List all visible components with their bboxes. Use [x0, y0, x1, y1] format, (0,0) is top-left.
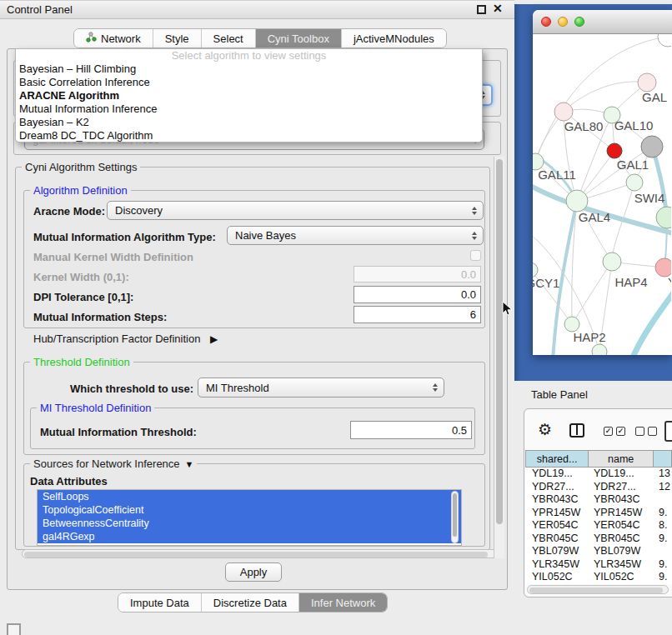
column-header-shared[interactable]: shared... [525, 450, 589, 468]
hide-columns-icon[interactable] [635, 427, 657, 436]
show-columns-icon[interactable]: ✓ ✓ [604, 427, 625, 436]
network-node-swi4[interactable] [656, 207, 671, 228]
gear-icon[interactable]: ⚙ [538, 420, 552, 439]
attribute-item-gal4rgexp[interactable]: gal4RGexp [38, 530, 461, 543]
table-cell: YLR345W [532, 558, 579, 570]
table-row[interactable]: YIL052CYIL052C9. [525, 571, 672, 584]
which-threshold-label: Which threshold to use: [70, 382, 193, 395]
table-row[interactable]: YBR043CYBR043C [525, 493, 672, 507]
network-node-gal[interactable] [638, 73, 656, 92]
table-row[interactable]: YBL079WYBL079W [525, 545, 672, 558]
sources-group-title[interactable]: Sources for Network Inference▼ [30, 458, 197, 470]
network-node[interactable] [658, 34, 671, 47]
tab-discretize-data[interactable]: Discretize Data [201, 593, 298, 612]
network-node[interactable] [607, 143, 622, 158]
which-threshold-value: MI Threshold [206, 382, 269, 394]
network-node-y[interactable] [655, 258, 671, 277]
tab-impute-data[interactable]: Impute Data [118, 593, 201, 612]
scrollbar-thumb[interactable] [496, 159, 503, 524]
attribute-item-betweennesscentrality[interactable]: BetweennessCentrality [38, 517, 461, 530]
table-cell: 12 [659, 481, 670, 492]
network-node-gal80[interactable] [554, 102, 573, 121]
algorithm-option-mutual-information-inference[interactable]: Mutual Information Inference [16, 102, 482, 116]
close-icon[interactable]: ✕ [493, 2, 503, 15]
column-header-name[interactable]: name [589, 450, 654, 468]
minimize-traffic-light-icon[interactable] [558, 17, 568, 27]
attribute-item-topologicalcoefficient[interactable]: TopologicalCoefficient [38, 503, 461, 517]
tab-infer-network[interactable]: Infer Network [298, 593, 387, 612]
table-row[interactable]: YPR145WYPR145W9. [525, 507, 672, 520]
aracne-mode-select[interactable]: Discovery [107, 201, 484, 220]
column-header-partial[interactable] [654, 450, 672, 468]
table-row[interactable]: YDL19...YDL19...13 [525, 468, 672, 481]
table-row[interactable]: YDR27...YDR27...12 [525, 481, 672, 494]
table-row[interactable]: YLR345WYLR345W9. [525, 558, 672, 572]
control-panel-tabs: NetworkStyleSelectCyni ToolboxjActiveMNo… [73, 28, 447, 48]
tab-cyni-toolbox[interactable]: Cyni Toolbox [255, 29, 341, 48]
mouse-cursor-icon [502, 302, 514, 318]
node-label-hap2: HAP2 [573, 330, 605, 344]
table-body: YDL19...YDL19...13YDR27...YDR27...12YBR0… [525, 468, 672, 584]
node-label-swi4: SWI4 [634, 191, 665, 205]
document-icon[interactable] [664, 421, 672, 442]
mi-type-select[interactable]: Naive Bayes [227, 226, 484, 245]
node-label-gal10: GAL10 [614, 118, 654, 132]
table-cell: YER054C [594, 519, 640, 531]
zoom-traffic-light-icon[interactable] [574, 17, 584, 27]
tab-label: Discretize Data [213, 597, 287, 609]
hub-definition-expander[interactable]: Hub/Transcription Factor Definition ▶ [33, 332, 218, 345]
mi-threshold-group-title: MI Threshold Definition [37, 402, 154, 414]
attributes-list-scrollbar[interactable] [451, 491, 459, 543]
which-threshold-select[interactable]: MI Threshold [198, 378, 444, 398]
combo-stepper-icon [472, 232, 477, 240]
network-edge[interactable] [572, 262, 612, 324]
float-window-icon[interactable] [477, 5, 486, 14]
network-node[interactable] [592, 344, 607, 355]
network-node-gal4[interactable] [566, 190, 588, 212]
network-view-window: GALGAL80GAL10GAL11GAL1SWI4GAL4HAP4YGCY1H… [533, 10, 672, 355]
mi-threshold-field[interactable] [350, 421, 472, 439]
algorithm-option-basic-correlation-inference[interactable]: Basic Correlation Inference [16, 76, 482, 89]
mi-type-value: Naive Bayes [235, 229, 296, 242]
table-cell: YBR043C [594, 493, 640, 505]
network-canvas[interactable]: GALGAL80GAL10GAL11GAL1SWI4GAL4HAP4YGCY1H… [533, 34, 671, 355]
tab-jactivemnodules[interactable]: jActiveMNodules [341, 29, 446, 48]
network-node-hap4[interactable] [603, 252, 621, 271]
node-label-gcy1: GCY1 [533, 276, 559, 290]
split-columns-icon[interactable] [569, 423, 584, 438]
algorithm-option-bayesian-hill-climbing[interactable]: Bayesian – Hill Climbing [16, 62, 482, 76]
tab-style[interactable]: Style [153, 29, 201, 48]
algorithm-option-dream8-dc-tdc-algorithm[interactable]: Dream8 DC_TDC Algorithm [16, 129, 482, 142]
scrollbar-thumb[interactable] [24, 552, 488, 558]
network-node[interactable] [641, 136, 663, 158]
network-node-gal1[interactable] [626, 174, 643, 191]
apply-button[interactable]: Apply [225, 562, 282, 582]
minimized-panel-icon[interactable] [7, 623, 21, 635]
close-traffic-light-icon[interactable] [541, 17, 551, 27]
checked-box-icon: ✓ [616, 427, 625, 436]
network-edge[interactable] [631, 289, 671, 355]
table-cell: YBR043C [532, 493, 579, 505]
network-edge[interactable] [564, 82, 647, 112]
network-window-titlebar [533, 10, 672, 34]
table-row[interactable]: YBR045CYBR045C9. [525, 532, 672, 546]
table-row[interactable]: YER054CYER054C8. [525, 519, 672, 532]
algorithm-option-aracne-algorithm[interactable]: ARACNE Algorithm [16, 89, 482, 102]
scrollbar-thumb[interactable] [529, 588, 663, 593]
tab-label: Network [101, 32, 141, 45]
tab-label: Select [213, 32, 243, 45]
expand-right-icon: ▶ [210, 333, 218, 345]
settings-vertical-scrollbar[interactable] [494, 157, 504, 558]
tab-network[interactable]: Network [74, 29, 153, 48]
dpi-tolerance-field[interactable] [354, 286, 481, 303]
scrollbar-thumb[interactable] [453, 493, 457, 537]
attribute-item-selfloops[interactable]: SelfLoops [38, 490, 461, 503]
manual-kernel-checkbox [470, 250, 481, 261]
tab-select[interactable]: Select [201, 29, 255, 48]
combo-stepper-icon [472, 207, 477, 215]
mi-steps-field[interactable] [354, 306, 481, 323]
settings-group-title: Cyni Algorithm Settings [22, 161, 140, 173]
settings-horizontal-scrollbar[interactable] [22, 549, 499, 558]
algorithm-option-bayesian-k2[interactable]: Bayesian – K2 [16, 116, 482, 129]
table-horizontal-scrollbar[interactable] [527, 585, 669, 594]
